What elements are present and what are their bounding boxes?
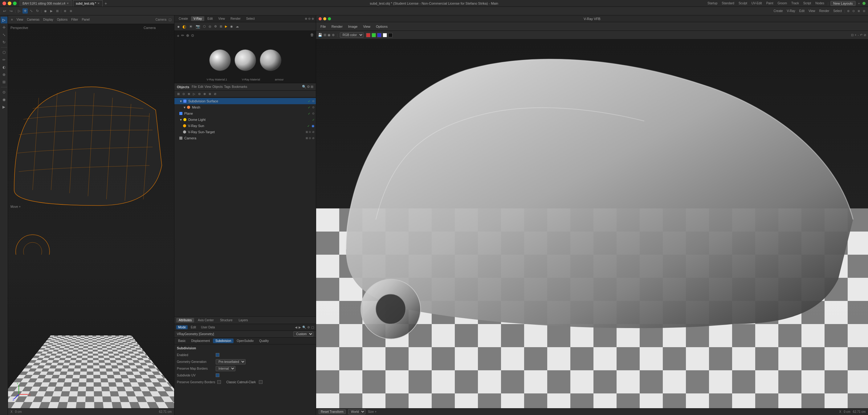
new-layouts-button[interactable]: New Layouts xyxy=(830,1,856,6)
track-tab[interactable]: Track xyxy=(790,1,801,5)
tree-tb-1[interactable]: ⊞ xyxy=(176,92,181,96)
attrs-mode-btn[interactable]: Mode xyxy=(176,325,188,329)
vfb-close-button[interactable] xyxy=(319,17,322,20)
tree-lock-mesh[interactable]: ⊙ xyxy=(312,106,315,109)
tree-tb-2[interactable]: ⊙ xyxy=(182,92,186,96)
sidebar-sculpt-icon[interactable]: ⊕ xyxy=(1,71,7,78)
viewport-area[interactable]: X Y Z Perspective Camera Move + xyxy=(8,24,174,408)
vray-create-btn[interactable]: Create xyxy=(176,16,190,21)
mat-eyedrop-icon[interactable]: ⊕ xyxy=(185,33,190,39)
attr-tab-axis[interactable]: Axis Center xyxy=(195,318,216,323)
attrs-nav-forward[interactable]: ▶ xyxy=(299,326,301,329)
minimize-button[interactable] xyxy=(8,2,11,5)
script-tab[interactable]: Script xyxy=(802,1,813,5)
vfb-zoom-out-icon[interactable]: - xyxy=(858,33,859,37)
color-black-swatch[interactable] xyxy=(388,33,393,37)
tree-tb-7[interactable]: ⊛ xyxy=(208,92,212,96)
vray-view-btn[interactable]: View xyxy=(216,16,227,21)
vray-select-btn[interactable]: Select xyxy=(244,16,257,21)
vr-render-icon[interactable]: ▶ xyxy=(224,24,228,28)
vr-light-icon[interactable]: ☀ xyxy=(188,24,194,29)
attrs-edit-btn[interactable]: Edit xyxy=(189,325,198,329)
vfb-compare-icon[interactable]: ⊘ xyxy=(864,33,866,37)
tree-item-domelight[interactable]: ▼ Dome Light ✓ xyxy=(175,117,316,123)
undo-icon[interactable]: ↩ xyxy=(2,8,7,14)
attr-checkbox-preservegeo[interactable] xyxy=(217,380,221,384)
vr-post-icon[interactable]: ⊞ xyxy=(219,24,223,28)
obj-tags-menu[interactable]: Tags xyxy=(224,85,230,88)
vp-menu-icon[interactable]: ≡ xyxy=(10,18,14,22)
subtab-quality[interactable]: Quality xyxy=(257,338,271,343)
tree-tb-8[interactable]: ⊘ xyxy=(213,92,217,96)
edit-menu2[interactable]: Edit xyxy=(798,9,806,13)
render-viewport[interactable] xyxy=(316,39,868,415)
vp-display-menu[interactable]: Display xyxy=(42,18,55,22)
tree-vis-check-sub[interactable]: ✓ xyxy=(308,99,310,103)
close-button[interactable] xyxy=(2,2,6,5)
subtab-opensubdiv[interactable]: OpenSubdiv xyxy=(234,338,256,343)
obj-layers-icon[interactable]: ⊞ xyxy=(311,85,313,89)
standard-tab[interactable]: Standard xyxy=(720,1,736,5)
attr-checkbox-catmull[interactable] xyxy=(259,380,262,384)
sidebar-anim-icon[interactable]: ◉ xyxy=(1,96,7,103)
tree-item-sun[interactable]: V-Ray Sun ✓ ◉ xyxy=(175,123,316,129)
vray-render-btn[interactable]: Render xyxy=(228,16,243,21)
tree-dome-collapse[interactable]: ▼ xyxy=(179,118,182,121)
vp-view-menu[interactable]: View xyxy=(16,18,25,22)
add-tab-icon[interactable]: + xyxy=(104,1,107,6)
sidebar-scale-icon[interactable]: ⤡ xyxy=(1,31,7,38)
sidebar-select-icon[interactable]: ▷ xyxy=(1,17,7,24)
obj-objects-menu[interactable]: Objects xyxy=(212,85,223,88)
tree-item-suntarget[interactable]: V-Ray Sun-Target ⊞ ⊙ ⊘ xyxy=(175,129,316,135)
attrs-userdata-btn[interactable]: User Data xyxy=(199,325,217,329)
mat-add-icon[interactable]: + xyxy=(176,33,180,39)
render-render-menu[interactable]: Render xyxy=(330,24,344,29)
sculpt-tab[interactable]: Sculpt xyxy=(737,1,749,5)
vfb-correct-icon[interactable]: ⊕ xyxy=(332,33,335,37)
attrs-preset-dropdown[interactable]: Custom xyxy=(293,331,313,337)
vr-settings-icon[interactable]: ⚙ xyxy=(213,24,218,28)
sidebar-render-icon[interactable]: ▶ xyxy=(1,103,7,110)
subtab-displacement[interactable]: Displacement xyxy=(189,338,212,343)
mat-search-icon[interactable]: ⊙ xyxy=(190,33,195,39)
vfb-zoom-in-icon[interactable]: + xyxy=(855,33,857,37)
attrs-settings[interactable]: ⚙ xyxy=(307,326,310,329)
color-red-swatch[interactable] xyxy=(366,33,370,37)
color-white-swatch[interactable] xyxy=(383,33,387,37)
attr-tab-attributes[interactable]: Attributes xyxy=(176,318,194,323)
vp-filter-menu[interactable]: Filter xyxy=(70,18,79,22)
grid-icon[interactable]: ⊞ xyxy=(55,9,60,13)
attr-tab-structure[interactable]: Structure xyxy=(218,318,235,323)
cam-nav-4[interactable]: ⊖ xyxy=(862,9,866,13)
vfb-maximize-button[interactable] xyxy=(328,17,331,20)
vfb-eye-icon[interactable]: ◉ xyxy=(328,33,331,37)
reset-transform-button[interactable]: Reset Transform xyxy=(319,410,346,414)
sidebar-snap-icon[interactable]: ⊙ xyxy=(1,89,7,96)
maximize-button[interactable] xyxy=(13,2,17,5)
sidebar-rotate-icon[interactable]: ↻ xyxy=(1,39,7,46)
vr-ipr-icon[interactable]: ◉ xyxy=(229,24,234,28)
vp-expand-icon[interactable]: ▢ xyxy=(167,18,172,22)
tab-close-icon[interactable]: ✕ xyxy=(67,2,69,5)
groom-tab[interactable]: Groom xyxy=(776,1,788,5)
paint-tab[interactable]: Paint xyxy=(765,1,775,5)
move-icon[interactable]: ✛ xyxy=(23,8,28,13)
attr-dropdown-preservemap[interactable]: Internal xyxy=(216,366,236,371)
color-green-swatch[interactable] xyxy=(372,33,376,37)
sidebar-move-icon[interactable]: ✛ xyxy=(1,24,7,31)
redo-icon[interactable]: ↪ xyxy=(8,8,14,14)
render-view-menu[interactable]: View xyxy=(361,24,372,29)
obj-settings-icon[interactable]: ⚙ xyxy=(307,85,310,89)
color-blue-swatch[interactable] xyxy=(377,33,381,37)
tree-vis-check-sun[interactable]: ✓ xyxy=(307,124,310,128)
render-file-menu[interactable]: File xyxy=(319,24,328,29)
vr-sphere-icon[interactable]: ● xyxy=(176,24,181,29)
vfb-copy-icon[interactable]: ⊞ xyxy=(323,33,326,37)
tree-tb-4[interactable]: ▷ xyxy=(192,92,196,96)
cam-nav-3[interactable]: ⊗ xyxy=(857,9,861,13)
tree-tb-6[interactable]: ⊗ xyxy=(203,92,207,96)
cam-nav-2[interactable]: ⊙ xyxy=(851,9,856,13)
attrs-search[interactable]: 🔍 xyxy=(302,326,306,329)
select-menu[interactable]: Select xyxy=(832,9,843,13)
mat-sphere-3[interactable] xyxy=(260,49,281,71)
